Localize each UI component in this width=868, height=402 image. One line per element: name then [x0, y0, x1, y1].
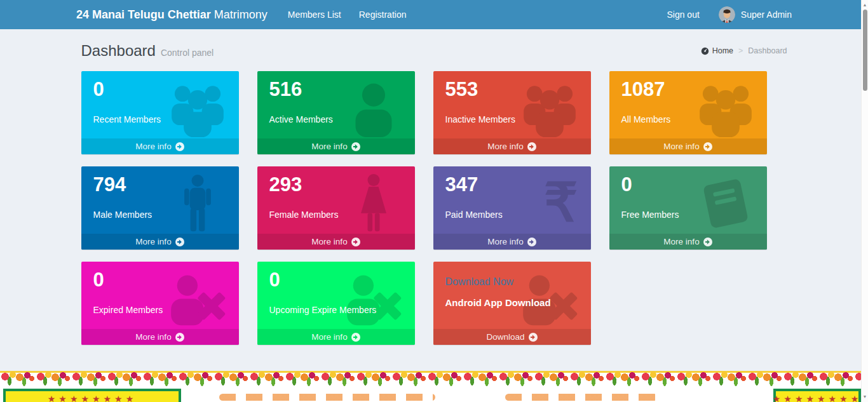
- stat-value: 553: [445, 77, 581, 102]
- stat-box-paid-members: 347Paid Members₹More info: [433, 166, 591, 250]
- arrow-circle-right-icon: [175, 142, 184, 151]
- footer-label: More info: [663, 142, 699, 151]
- stat-box-expired-members: 0Expired MembersMore info: [81, 262, 239, 345]
- stat-box-inactive-members: 553Inactive MembersMore info: [433, 71, 591, 154]
- more-info-link[interactable]: More info: [433, 138, 591, 154]
- stat-label: Android App Download: [445, 297, 581, 308]
- scrollbar-down-arrow[interactable]: ▼: [862, 394, 868, 400]
- stat-label: Active Members: [269, 114, 405, 124]
- footer-area: ★★★★★★★★ ★★★★★★★★: [0, 386, 868, 402]
- footer-label: More info: [135, 332, 171, 342]
- arrow-circle-right-icon: [175, 333, 184, 342]
- more-info-link[interactable]: More info: [81, 329, 239, 345]
- download-now-link[interactable]: Download Now: [445, 276, 514, 288]
- sign-out-link[interactable]: Sign out: [667, 10, 699, 20]
- avatar: [719, 6, 735, 23]
- dashboard-icon: [701, 47, 709, 55]
- more-info-link[interactable]: More info: [257, 138, 415, 154]
- nav-link-members-list[interactable]: Members List: [279, 0, 350, 29]
- stat-value: 0: [621, 173, 757, 197]
- stat-label: Recent Members: [93, 114, 229, 124]
- stat-value: 0: [93, 77, 229, 102]
- brand-link[interactable]: 24 Manai Telugu Chettiar Matrimony: [76, 8, 268, 22]
- stat-label: Male Members: [93, 210, 229, 220]
- footer-label: More info: [487, 142, 523, 151]
- arrow-circle-right-icon: [529, 333, 538, 342]
- user-name: Super Admin: [741, 10, 792, 20]
- footer-label: More info: [311, 237, 347, 246]
- arrow-circle-right-icon: [351, 142, 360, 151]
- footer-label: More info: [311, 332, 347, 342]
- stat-value: 0: [269, 268, 405, 292]
- footer-label: More info: [135, 142, 171, 151]
- footer-label: Download: [486, 332, 524, 342]
- stat-value: 347: [445, 173, 581, 197]
- star-box-right: ★★★★★★★★: [773, 389, 861, 402]
- arrow-circle-right-icon: [351, 238, 360, 246]
- stat-value: 516: [269, 77, 405, 102]
- arrow-circle-right-icon: [527, 238, 536, 246]
- breadcrumb-current: Dashboard: [748, 46, 787, 55]
- scrollbar-up-arrow[interactable]: ▲: [862, 2, 868, 8]
- stat-box-upcoming-expire-members: 0Upcoming Expire MembersMore info: [257, 262, 415, 345]
- footer-label: More info: [663, 237, 699, 246]
- stat-value: 1087: [621, 77, 757, 102]
- brand-regular: Matrimony: [211, 8, 268, 21]
- stat-value: 794: [93, 173, 229, 197]
- user-menu[interactable]: Super Admin: [719, 6, 792, 23]
- breadcrumb-separator: >: [738, 46, 743, 55]
- arrow-circle-right-icon: [527, 142, 536, 151]
- brand-bold: 24 Manai Telugu Chettiar: [76, 8, 211, 21]
- stat-box-free-members: 0Free MembersMore info: [609, 166, 767, 250]
- page-subtitle: Control panel: [161, 48, 214, 58]
- arrow-circle-right-icon: [703, 142, 712, 151]
- stat-box-all-members: 1087All MembersMore info: [609, 71, 767, 154]
- more-info-link[interactable]: More info: [609, 138, 767, 154]
- stat-box-grid: 0Recent MembersMore info516Active Member…: [81, 71, 787, 345]
- stat-label: All Members: [621, 114, 757, 124]
- arrow-circle-right-icon: [175, 238, 184, 246]
- star-row: ★★★★★★★★: [48, 394, 137, 402]
- footer-label: More info: [311, 142, 347, 151]
- stat-value: 293: [269, 173, 405, 197]
- breadcrumb-home-link[interactable]: Home: [701, 46, 733, 55]
- star-box-left: ★★★★★★★★: [3, 389, 181, 402]
- nav-link-registration[interactable]: Registration: [350, 0, 416, 29]
- stat-box-male-members: 794Male MembersMore info: [81, 166, 239, 250]
- more-info-link[interactable]: More info: [433, 234, 591, 250]
- stat-label: Upcoming Expire Members: [269, 305, 405, 315]
- stat-label: Expired Members: [93, 305, 229, 315]
- content-area: DashboardControl panel Home > Dashboard …: [0, 29, 868, 371]
- breadcrumb: Home > Dashboard: [701, 46, 787, 55]
- stat-box-android-app-download: Download NowAndroid App DownloadDownload: [433, 262, 591, 345]
- more-info-link[interactable]: More info: [257, 234, 415, 250]
- more-info-link[interactable]: More info: [81, 138, 239, 154]
- stat-label: Inactive Members: [445, 114, 581, 124]
- footer-label: More info: [135, 237, 171, 246]
- partial-text-strip: [219, 394, 435, 401]
- star-row: ★★★★★★★★: [773, 394, 862, 402]
- more-info-link[interactable]: More info: [81, 234, 239, 250]
- download-link[interactable]: Download: [433, 329, 591, 345]
- scrollbar[interactable]: ▲ ▼: [861, 0, 868, 402]
- arrow-circle-right-icon: [351, 333, 360, 342]
- arrow-circle-right-icon: [703, 238, 712, 246]
- more-info-link[interactable]: More info: [257, 329, 415, 345]
- navbar: 24 Manai Telugu Chettiar Matrimony Membe…: [0, 0, 868, 29]
- stat-label: Free Members: [621, 210, 757, 220]
- floral-garland-border: [0, 371, 868, 386]
- more-info-link[interactable]: More info: [609, 234, 767, 250]
- stat-box-recent-members: 0Recent MembersMore info: [81, 71, 239, 154]
- stat-label: Paid Members: [445, 210, 581, 220]
- stat-box-female-members: 293Female MembersMore info: [257, 166, 415, 250]
- stat-value: 0: [93, 268, 229, 292]
- page-title: DashboardControl panel: [81, 42, 214, 60]
- scrollbar-thumb[interactable]: [863, 10, 867, 91]
- stat-box-active-members: 516Active MembersMore info: [257, 71, 415, 154]
- footer-label: More info: [487, 237, 523, 246]
- stat-label: Female Members: [269, 210, 405, 220]
- partial-text-strip: [505, 394, 658, 401]
